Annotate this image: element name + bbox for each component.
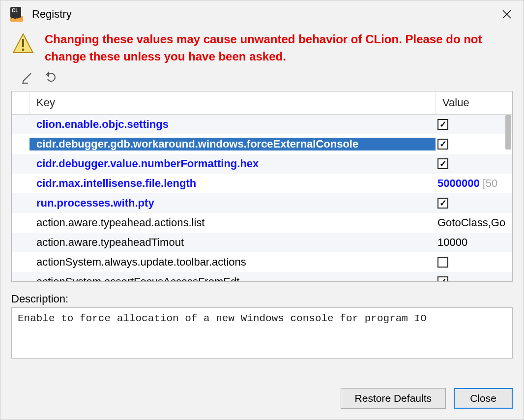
close-button[interactable]: Close [454,388,513,409]
table-row[interactable]: action.aware.typeahead.actions.listGotoC… [12,213,512,233]
registry-value-cell[interactable]: 5000000[50 [436,177,512,190]
description-box: Enable to force allocation of a new Wind… [11,307,513,359]
checkbox[interactable] [437,198,448,209]
registry-value-cell[interactable] [436,276,512,281]
description-label: Description: [11,293,513,305]
table-row[interactable]: actionSystem.always.update.toolbar.actio… [12,252,512,272]
registry-key-cell[interactable]: actionSystem.always.update.toolbar.actio… [29,256,436,269]
scrollbar[interactable] [505,115,511,280]
registry-value-cell[interactable] [436,158,512,169]
revert-button[interactable] [45,70,59,85]
registry-table: Key Value clion.enable.objc.settingscidr… [11,91,513,282]
registry-key-cell[interactable]: cidr.debugger.value.numberFormatting.hex [29,157,436,170]
dialog-buttons: Restore Defaults Close [0,379,524,420]
value-text[interactable]: GotoClass,Go [437,216,505,229]
table-row[interactable]: clion.enable.objc.settings [12,115,512,134]
table-row[interactable]: cidr.max.intellisense.file.length5000000… [12,174,512,193]
default-hint: [50 [483,177,498,190]
warning-text: Changing these values may cause unwanted… [45,31,512,65]
registry-dialog: Registry Changing these values may cause… [0,0,524,420]
warning-icon [12,33,34,55]
titlebar: Registry [0,0,524,26]
registry-value-cell[interactable]: GotoClass,Go [436,216,512,229]
registry-key-cell[interactable]: run.processes.with.pty [29,197,436,210]
checkbox[interactable] [437,257,448,268]
mini-toolbar [0,68,524,89]
registry-key-cell[interactable]: action.aware.typeaheadTimout [29,236,436,249]
value-text[interactable]: 5000000 [437,177,480,190]
registry-key-cell[interactable]: clion.enable.objc.settings [29,118,436,131]
registry-key-cell[interactable]: actionSystem.assertFocusAccessFromEdt [29,275,436,281]
checkbox[interactable] [437,119,448,130]
edit-button[interactable] [20,70,35,85]
table-row[interactable]: action.aware.typeaheadTimout10000 [12,233,512,252]
registry-value-cell[interactable]: 10000 [436,236,512,249]
restore-defaults-button[interactable]: Restore Defaults [341,388,446,409]
registry-value-cell[interactable] [436,139,512,150]
close-icon[interactable] [497,4,517,24]
warning-banner: Changing these values may cause unwanted… [0,26,524,68]
dialog-title: Registry [32,8,72,21]
table-header: Key Value [12,91,512,115]
table-row[interactable]: run.processes.with.pty [12,193,512,213]
checkbox[interactable] [437,139,448,150]
value-text[interactable]: 10000 [437,236,467,249]
column-key-header[interactable]: Key [29,91,436,114]
registry-key-cell[interactable]: cidr.max.intellisense.file.length [29,177,436,190]
registry-value-cell[interactable] [436,198,512,209]
column-value-header[interactable]: Value [436,91,512,114]
table-body: clion.enable.objc.settingscidr.debugger.… [12,115,512,281]
checkbox[interactable] [437,158,448,169]
table-row[interactable]: cidr.debugger.gdb.workaround.windows.for… [12,134,512,154]
table-row[interactable]: cidr.debugger.value.numberFormatting.hex [12,154,512,174]
registry-value-cell[interactable] [436,257,512,268]
scrollbar-thumb[interactable] [505,115,511,150]
registry-value-cell[interactable] [436,119,512,130]
table-row[interactable]: actionSystem.assertFocusAccessFromEdt [12,272,512,281]
svg-point-4 [22,49,25,51]
checkbox[interactable] [437,276,448,281]
clion-app-icon [10,7,25,22]
registry-key-cell[interactable]: cidr.debugger.gdb.workaround.windows.for… [29,138,436,150]
registry-key-cell[interactable]: action.aware.typeahead.actions.list [29,216,436,229]
